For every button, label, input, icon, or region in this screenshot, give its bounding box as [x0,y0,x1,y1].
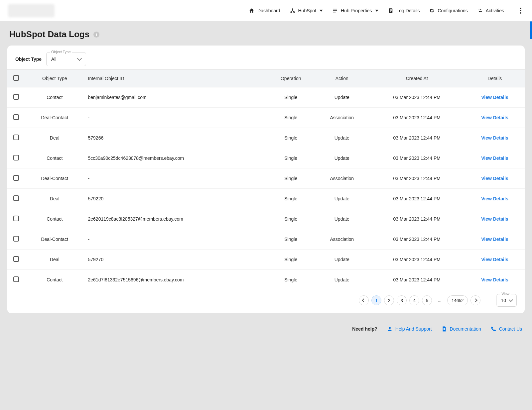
swap-icon [477,8,483,14]
view-details-link[interactable]: View Details [481,176,508,181]
page-button[interactable]: 1 [371,295,381,305]
cell-operation: Single [267,87,315,108]
need-help-text: Need help? [352,326,377,332]
cell-action: Update [315,270,369,290]
nav-configurations[interactable]: Configurations [429,8,467,14]
view-details-link[interactable]: View Details [481,237,508,242]
cell-created-at: 03 Mar 2023 12:44 PM [369,168,465,189]
row-checkbox[interactable] [13,155,19,160]
cell-object-type: Deal-Contact [25,168,85,189]
more-menu-button[interactable] [517,5,524,16]
cell-object-type: Deal [25,128,85,148]
nav-activities[interactable]: Activities [477,8,504,14]
svg-point-0 [292,9,293,10]
nav-hub-properties[interactable]: Hub Properties [332,8,378,14]
chevron-right-icon [474,298,477,302]
page-size-select[interactable]: View 10 [496,294,517,307]
scrollbar-indicator[interactable] [530,21,532,39]
col-operation: Operation [267,70,315,87]
cell-internal-id: 579270 [85,250,267,270]
select-floating-label: Object Type [50,50,72,54]
table-row: Contact2e61d7f61332e7515696@members.ebay… [7,270,525,290]
page-next-button[interactable] [470,295,480,305]
cell-created-at: 03 Mar 2023 12:44 PM [369,128,465,148]
row-checkbox[interactable] [13,276,19,282]
row-checkbox[interactable] [13,135,19,140]
cell-object-type: Contact [25,148,85,168]
page-button[interactable]: 2 [384,295,394,305]
table-row: Deal-Contact-SingleAssociation03 Mar 202… [7,229,525,250]
object-type-select[interactable]: Object Type All [46,52,86,66]
view-details-link[interactable]: View Details [481,95,508,100]
row-checkbox[interactable] [13,175,19,181]
cell-operation: Single [267,270,315,290]
view-details-link[interactable]: View Details [481,135,508,141]
cell-operation: Single [267,108,315,128]
cell-object-type: Deal-Contact [25,108,85,128]
cell-created-at: 03 Mar 2023 12:44 PM [369,250,465,270]
cell-object-type: Deal-Contact [25,229,85,250]
cell-operation: Single [267,148,315,168]
view-details-link[interactable]: View Details [481,277,508,282]
table-row: Contact5cc30a90c25dc4623078@members.ebay… [7,148,525,168]
nav-log-details[interactable]: Log Details [388,8,420,14]
page-title: HubSpot Data Logs [9,29,89,40]
row-checkbox[interactable] [13,236,19,242]
svg-point-7 [389,327,391,329]
cell-operation: Single [267,209,315,229]
cell-created-at: 03 Mar 2023 12:44 PM [369,108,465,128]
document-icon [388,8,394,14]
row-checkbox[interactable] [13,114,19,120]
row-checkbox[interactable] [13,94,19,100]
table-row: Deal579220SingleUpdate03 Mar 2023 12:44 … [7,189,525,209]
cell-internal-id: - [85,229,267,250]
person-icon [387,326,393,332]
documentation-link[interactable]: Documentation [441,326,481,332]
filter-label: Object Type [15,56,42,62]
nav-configurations-label: Configurations [438,8,467,13]
page-button[interactable]: 5 [422,295,432,305]
help-support-link[interactable]: Help And Support [387,326,432,332]
cell-created-at: 03 Mar 2023 12:44 PM [369,87,465,108]
gear-icon [429,8,435,14]
col-object-type: Object Type [25,70,85,87]
nav-log-details-label: Log Details [396,8,420,13]
page-button[interactable]: 3 [397,295,407,305]
col-action: Action [315,70,369,87]
cell-internal-id: 579266 [85,128,267,148]
documentation-label: Documentation [450,326,481,332]
row-checkbox[interactable] [13,256,19,262]
cell-action: Update [315,189,369,209]
contact-us-link[interactable]: Contact Us [490,326,522,332]
view-details-link[interactable]: View Details [481,216,508,222]
hubspot-icon [290,8,296,14]
cell-action: Update [315,87,369,108]
view-details-link[interactable]: View Details [481,196,508,201]
topbar: Dashboard HubSpot Hub Properties Log Det… [0,0,532,21]
nav-hubspot[interactable]: HubSpot [290,8,323,14]
info-icon[interactable]: i [93,32,99,38]
view-details-link[interactable]: View Details [481,115,508,120]
page-ellipsis: ... [435,295,445,305]
nav: Dashboard HubSpot Hub Properties Log Det… [249,5,524,16]
logs-card: Object Type Object Type All Object Type … [7,46,525,313]
view-details-link[interactable]: View Details [481,155,508,161]
svg-rect-9 [443,329,445,330]
pagination-row: 12345...14652 View 10 [7,290,525,313]
page-button[interactable]: 4 [409,295,419,305]
page-size-label: View [500,292,511,296]
cell-operation: Single [267,250,315,270]
nav-dashboard[interactable]: Dashboard [249,8,280,14]
row-checkbox[interactable] [13,216,19,221]
select-all-checkbox[interactable] [13,75,19,81]
cell-internal-id: benjaminkeates@gmail.com [85,87,267,108]
view-details-link[interactable]: View Details [481,257,508,262]
cell-operation: Single [267,229,315,250]
page-prev-button[interactable] [359,295,369,305]
chevron-left-icon [362,298,366,302]
page-button[interactable]: 14652 [447,295,468,305]
cell-object-type: Contact [25,209,85,229]
cell-operation: Single [267,189,315,209]
row-checkbox[interactable] [13,195,19,201]
cell-object-type: Contact [25,270,85,290]
